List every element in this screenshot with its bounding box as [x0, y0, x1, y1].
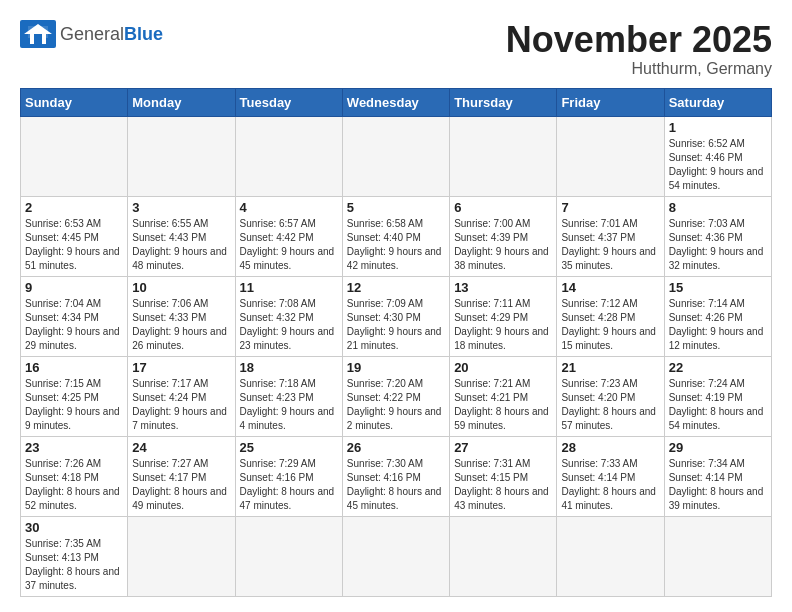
day-number: 14 [561, 280, 659, 295]
svg-rect-3 [34, 34, 42, 44]
column-header-sunday: Sunday [21, 88, 128, 116]
calendar-cell: 11Sunrise: 7:08 AM Sunset: 4:32 PM Dayli… [235, 276, 342, 356]
calendar-cell: 29Sunrise: 7:34 AM Sunset: 4:14 PM Dayli… [664, 436, 771, 516]
calendar-cell: 27Sunrise: 7:31 AM Sunset: 4:15 PM Dayli… [450, 436, 557, 516]
column-header-monday: Monday [128, 88, 235, 116]
day-info: Sunrise: 7:34 AM Sunset: 4:14 PM Dayligh… [669, 457, 767, 513]
title-area: November 2025 Hutthurm, Germany [506, 20, 772, 78]
day-info: Sunrise: 7:06 AM Sunset: 4:33 PM Dayligh… [132, 297, 230, 353]
calendar-cell [128, 516, 235, 596]
calendar-cell: 17Sunrise: 7:17 AM Sunset: 4:24 PM Dayli… [128, 356, 235, 436]
calendar-cell [342, 116, 449, 196]
calendar-cell [557, 116, 664, 196]
day-info: Sunrise: 7:35 AM Sunset: 4:13 PM Dayligh… [25, 537, 123, 593]
calendar-cell: 15Sunrise: 7:14 AM Sunset: 4:26 PM Dayli… [664, 276, 771, 356]
column-header-wednesday: Wednesday [342, 88, 449, 116]
day-number: 19 [347, 360, 445, 375]
calendar-cell: 13Sunrise: 7:11 AM Sunset: 4:29 PM Dayli… [450, 276, 557, 356]
calendar-cell: 30Sunrise: 7:35 AM Sunset: 4:13 PM Dayli… [21, 516, 128, 596]
calendar-week-row: 23Sunrise: 7:26 AM Sunset: 4:18 PM Dayli… [21, 436, 772, 516]
logo-general: GeneralBlue [60, 24, 163, 44]
day-info: Sunrise: 7:15 AM Sunset: 4:25 PM Dayligh… [25, 377, 123, 433]
calendar-cell: 21Sunrise: 7:23 AM Sunset: 4:20 PM Dayli… [557, 356, 664, 436]
day-info: Sunrise: 6:58 AM Sunset: 4:40 PM Dayligh… [347, 217, 445, 273]
day-info: Sunrise: 7:31 AM Sunset: 4:15 PM Dayligh… [454, 457, 552, 513]
day-number: 17 [132, 360, 230, 375]
calendar-cell [450, 116, 557, 196]
day-info: Sunrise: 7:01 AM Sunset: 4:37 PM Dayligh… [561, 217, 659, 273]
calendar-cell: 10Sunrise: 7:06 AM Sunset: 4:33 PM Dayli… [128, 276, 235, 356]
day-info: Sunrise: 7:11 AM Sunset: 4:29 PM Dayligh… [454, 297, 552, 353]
calendar-cell: 19Sunrise: 7:20 AM Sunset: 4:22 PM Dayli… [342, 356, 449, 436]
calendar-cell: 20Sunrise: 7:21 AM Sunset: 4:21 PM Dayli… [450, 356, 557, 436]
calendar-cell: 2Sunrise: 6:53 AM Sunset: 4:45 PM Daylig… [21, 196, 128, 276]
calendar-week-row: 2Sunrise: 6:53 AM Sunset: 4:45 PM Daylig… [21, 196, 772, 276]
day-info: Sunrise: 6:57 AM Sunset: 4:42 PM Dayligh… [240, 217, 338, 273]
day-number: 11 [240, 280, 338, 295]
day-number: 25 [240, 440, 338, 455]
logo-text: GeneralBlue [60, 24, 163, 45]
calendar-cell: 23Sunrise: 7:26 AM Sunset: 4:18 PM Dayli… [21, 436, 128, 516]
calendar-cell [235, 116, 342, 196]
calendar-cell [235, 516, 342, 596]
day-info: Sunrise: 7:17 AM Sunset: 4:24 PM Dayligh… [132, 377, 230, 433]
day-info: Sunrise: 7:09 AM Sunset: 4:30 PM Dayligh… [347, 297, 445, 353]
calendar-week-row: 30Sunrise: 7:35 AM Sunset: 4:13 PM Dayli… [21, 516, 772, 596]
logo-icon [20, 20, 56, 48]
day-info: Sunrise: 7:21 AM Sunset: 4:21 PM Dayligh… [454, 377, 552, 433]
day-info: Sunrise: 7:30 AM Sunset: 4:16 PM Dayligh… [347, 457, 445, 513]
day-number: 13 [454, 280, 552, 295]
calendar-cell: 12Sunrise: 7:09 AM Sunset: 4:30 PM Dayli… [342, 276, 449, 356]
day-info: Sunrise: 7:23 AM Sunset: 4:20 PM Dayligh… [561, 377, 659, 433]
day-info: Sunrise: 7:18 AM Sunset: 4:23 PM Dayligh… [240, 377, 338, 433]
calendar-header-row: SundayMondayTuesdayWednesdayThursdayFrid… [21, 88, 772, 116]
day-number: 15 [669, 280, 767, 295]
day-number: 23 [25, 440, 123, 455]
day-info: Sunrise: 7:00 AM Sunset: 4:39 PM Dayligh… [454, 217, 552, 273]
calendar: SundayMondayTuesdayWednesdayThursdayFrid… [20, 88, 772, 597]
day-number: 1 [669, 120, 767, 135]
calendar-cell: 1Sunrise: 6:52 AM Sunset: 4:46 PM Daylig… [664, 116, 771, 196]
calendar-week-row: 1Sunrise: 6:52 AM Sunset: 4:46 PM Daylig… [21, 116, 772, 196]
calendar-cell: 16Sunrise: 7:15 AM Sunset: 4:25 PM Dayli… [21, 356, 128, 436]
day-info: Sunrise: 7:12 AM Sunset: 4:28 PM Dayligh… [561, 297, 659, 353]
column-header-tuesday: Tuesday [235, 88, 342, 116]
calendar-cell [21, 116, 128, 196]
day-info: Sunrise: 7:04 AM Sunset: 4:34 PM Dayligh… [25, 297, 123, 353]
day-info: Sunrise: 7:03 AM Sunset: 4:36 PM Dayligh… [669, 217, 767, 273]
day-number: 10 [132, 280, 230, 295]
calendar-cell: 14Sunrise: 7:12 AM Sunset: 4:28 PM Dayli… [557, 276, 664, 356]
day-number: 7 [561, 200, 659, 215]
day-number: 9 [25, 280, 123, 295]
calendar-cell [128, 116, 235, 196]
calendar-cell: 28Sunrise: 7:33 AM Sunset: 4:14 PM Dayli… [557, 436, 664, 516]
day-number: 24 [132, 440, 230, 455]
day-info: Sunrise: 7:33 AM Sunset: 4:14 PM Dayligh… [561, 457, 659, 513]
day-number: 12 [347, 280, 445, 295]
calendar-cell: 8Sunrise: 7:03 AM Sunset: 4:36 PM Daylig… [664, 196, 771, 276]
calendar-cell: 7Sunrise: 7:01 AM Sunset: 4:37 PM Daylig… [557, 196, 664, 276]
calendar-cell: 3Sunrise: 6:55 AM Sunset: 4:43 PM Daylig… [128, 196, 235, 276]
logo-blue: Blue [124, 24, 163, 44]
calendar-cell: 4Sunrise: 6:57 AM Sunset: 4:42 PM Daylig… [235, 196, 342, 276]
calendar-cell: 18Sunrise: 7:18 AM Sunset: 4:23 PM Dayli… [235, 356, 342, 436]
day-number: 4 [240, 200, 338, 215]
day-info: Sunrise: 7:24 AM Sunset: 4:19 PM Dayligh… [669, 377, 767, 433]
column-header-saturday: Saturday [664, 88, 771, 116]
calendar-cell [342, 516, 449, 596]
day-number: 26 [347, 440, 445, 455]
day-info: Sunrise: 7:08 AM Sunset: 4:32 PM Dayligh… [240, 297, 338, 353]
day-number: 21 [561, 360, 659, 375]
day-number: 3 [132, 200, 230, 215]
calendar-cell: 9Sunrise: 7:04 AM Sunset: 4:34 PM Daylig… [21, 276, 128, 356]
calendar-cell: 25Sunrise: 7:29 AM Sunset: 4:16 PM Dayli… [235, 436, 342, 516]
day-number: 8 [669, 200, 767, 215]
day-number: 22 [669, 360, 767, 375]
calendar-cell: 24Sunrise: 7:27 AM Sunset: 4:17 PM Dayli… [128, 436, 235, 516]
day-info: Sunrise: 7:29 AM Sunset: 4:16 PM Dayligh… [240, 457, 338, 513]
day-number: 18 [240, 360, 338, 375]
calendar-cell: 6Sunrise: 7:00 AM Sunset: 4:39 PM Daylig… [450, 196, 557, 276]
month-title: November 2025 [506, 20, 772, 60]
calendar-cell [664, 516, 771, 596]
column-header-friday: Friday [557, 88, 664, 116]
